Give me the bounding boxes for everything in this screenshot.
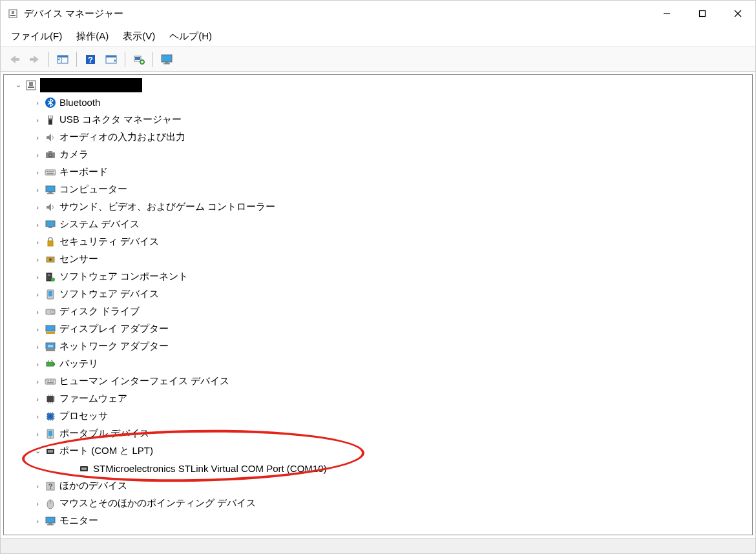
port-icon (44, 445, 57, 458)
expand-icon[interactable]: › (32, 500, 43, 508)
tree-item-security-devices[interactable]: › セキュリティ デバイス (4, 233, 752, 251)
svg-rect-1 (10, 15, 16, 16)
svg-rect-7 (14, 58, 19, 61)
node-label: ファームウェア (59, 393, 127, 405)
svg-rect-34 (45, 170, 56, 175)
expand-icon[interactable]: › (32, 291, 43, 298)
svg-rect-15 (106, 56, 116, 57)
expand-icon[interactable]: › (32, 413, 43, 420)
app-icon (7, 8, 19, 19)
tree-item-hid[interactable]: › ヒューマン インターフェイス デバイス (4, 373, 752, 390)
svg-rect-71 (48, 415, 52, 418)
svg-rect-17 (135, 57, 140, 60)
tree-item-disk-drives[interactable]: › ディスク ドライブ (4, 303, 752, 320)
tree-item-battery[interactable]: › バッテリ (4, 355, 752, 373)
tree-item-other-devices[interactable]: › ? ほかのデバイス (4, 477, 752, 495)
menu-action[interactable]: 操作(A) (70, 28, 115, 45)
node-label: プロセッサ (59, 410, 108, 422)
show-hide-tree-button[interactable] (53, 50, 72, 68)
tree-item-camera[interactable]: › カメラ (4, 146, 752, 163)
svg-rect-10 (58, 56, 68, 57)
tree-item-processor[interactable]: › プロセッサ (4, 407, 752, 425)
tree-item-network-adapters[interactable]: › ネットワーク アダプター (4, 338, 752, 355)
svg-rect-44 (48, 227, 52, 228)
help-button[interactable]: ? (81, 50, 100, 68)
tree-item-mouse[interactable]: › マウスとそのほかのポインティング デバイス (4, 495, 752, 512)
expand-icon[interactable]: › (32, 203, 43, 211)
svg-rect-42 (47, 193, 54, 194)
expand-icon[interactable]: › (32, 116, 43, 124)
expand-icon[interactable]: › (32, 256, 43, 263)
node-label: バッテリ (59, 358, 98, 370)
monitor-button[interactable] (157, 50, 176, 68)
tree-item-sound-video-game[interactable]: › サウンド、ビデオ、およびゲーム コントローラー (4, 198, 752, 216)
tree-item-computer[interactable]: › コンピューター (4, 181, 752, 198)
tree-item-display-adapters[interactable]: › ディスプレイ アダプター (4, 320, 752, 338)
nav-forward-button[interactable] (25, 50, 45, 68)
expand-icon[interactable]: › (32, 221, 43, 229)
tree-item-software-devices[interactable]: › ソフトウェア デバイス (4, 285, 752, 303)
expand-icon[interactable]: ⌄ (13, 81, 23, 89)
close-button[interactable] (720, 1, 755, 26)
tree-item-audio[interactable]: › オーディオの入力および出力 (4, 128, 752, 146)
node-label: セキュリティ デバイス (59, 236, 159, 248)
svg-rect-68 (47, 382, 54, 384)
tree-item-sensor[interactable]: › センサー (4, 251, 752, 268)
svg-point-32 (50, 154, 52, 156)
svg-rect-61 (54, 363, 55, 365)
svg-rect-89 (46, 517, 55, 523)
portable-icon (44, 427, 57, 440)
maximize-button[interactable] (684, 1, 720, 26)
node-label: ポート (COM と LPT) (59, 445, 153, 457)
svg-rect-40 (46, 186, 55, 192)
tree-item-system-devices[interactable]: › システム デバイス (4, 216, 752, 233)
tree-item-keyboard[interactable]: › キーボード (4, 163, 752, 181)
properties-button[interactable] (101, 50, 121, 68)
scan-hardware-button[interactable] (129, 50, 149, 68)
minimize-button[interactable] (649, 1, 684, 26)
expand-icon[interactable]: › (32, 186, 43, 194)
node-label: センサー (59, 253, 98, 265)
svg-rect-4 (699, 11, 705, 17)
node-label: STMicroelectronics STLink Virtual COM Po… (93, 463, 326, 474)
menu-view[interactable]: 表示(V) (116, 28, 162, 45)
tree-item-ports[interactable]: ⌄ ポート (COM と LPT) (4, 442, 752, 460)
expand-icon[interactable]: › (32, 395, 43, 403)
tree-root[interactable]: ⌄ (4, 76, 752, 94)
expand-icon[interactable]: › (32, 343, 43, 351)
tree-item-monitor[interactable]: › モニター (4, 512, 752, 529)
svg-rect-48 (47, 273, 52, 281)
expand-icon[interactable]: › (32, 169, 43, 176)
svg-rect-36 (48, 171, 50, 172)
expand-icon[interactable]: › (32, 482, 43, 490)
expand-icon[interactable]: › (32, 134, 43, 141)
expand-icon[interactable]: › (32, 360, 43, 368)
menubar: ファイル(F) 操作(A) 表示(V) ヘルプ(H) (1, 26, 755, 47)
expand-icon[interactable]: › (32, 517, 43, 525)
node-label: ほかのデバイス (59, 480, 127, 492)
expand-icon[interactable]: › (32, 308, 43, 316)
tree-item-software-components[interactable]: › ソフトウェア コンポーネント (4, 268, 752, 285)
expand-icon[interactable]: › (32, 238, 43, 246)
tree-item-ports-stlink[interactable]: › STMicroelectronics STLink Virtual COM … (4, 460, 752, 477)
expand-icon[interactable]: › (32, 151, 43, 159)
tree-item-portable-devices[interactable]: › ポータブル デバイス (4, 425, 752, 442)
tree-item-bluetooth[interactable]: › Bluetooth (4, 94, 752, 111)
device-tree[interactable]: ⌄ › Bluetooth › USB コネクタ マネージャー (4, 75, 752, 535)
expand-icon[interactable]: › (32, 99, 43, 107)
expand-icon[interactable]: › (32, 273, 43, 281)
expand-icon[interactable]: › (32, 378, 43, 385)
system-icon (44, 218, 57, 231)
svg-rect-56 (46, 325, 55, 331)
svg-point-84 (85, 468, 87, 469)
nav-back-button[interactable] (5, 50, 24, 68)
collapse-icon[interactable]: ⌄ (32, 447, 43, 455)
svg-point-55 (52, 311, 53, 313)
expand-icon[interactable]: › (32, 325, 43, 333)
tree-item-usb-connector[interactable]: › USB コネクタ マネージャー (4, 111, 752, 128)
menu-help[interactable]: ヘルプ(H) (163, 28, 218, 45)
menu-file[interactable]: ファイル(F) (5, 28, 68, 45)
tree-item-firmware[interactable]: › ファームウェア (4, 390, 752, 407)
titlebar[interactable]: デバイス マネージャー (1, 1, 755, 26)
expand-icon[interactable]: › (32, 430, 43, 438)
